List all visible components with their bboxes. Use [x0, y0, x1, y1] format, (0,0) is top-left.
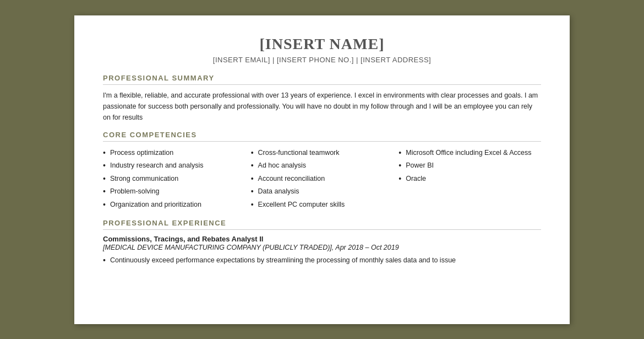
professional-experience-title: PROFESSIONAL EXPERIENCE: [103, 219, 541, 227]
list-item: Strong communication: [103, 173, 245, 186]
list-item: Continuously exceed performance expectat…: [103, 254, 541, 267]
core-competencies-title: CORE COMPETENCIES: [103, 131, 541, 139]
summary-text: I'm a flexible, reliable, and accurate p…: [103, 90, 541, 123]
job-company: [MEDICAL DEVICE MANUFACTURING COMPANY (P…: [103, 244, 541, 251]
section-divider: [103, 84, 541, 85]
professional-experience-section: PROFESSIONAL EXPERIENCE Commissions, Tra…: [103, 219, 541, 267]
competencies-grid: Process optimization Industry research a…: [103, 147, 541, 212]
list-item: Process optimization: [103, 147, 245, 160]
job-title: Commissions, Tracings, and Rebates Analy…: [103, 235, 541, 243]
job-bullets: Continuously exceed performance expectat…: [103, 254, 541, 267]
candidate-contact: [INSERT EMAIL] | [INSERT PHONE NO.] | [I…: [103, 56, 541, 64]
section-divider-3: [103, 229, 541, 230]
core-competencies-section: CORE COMPETENCIES Process optimization I…: [103, 131, 541, 212]
list-item: Industry research and analysis: [103, 159, 245, 173]
list-item: Ad hoc analysis: [251, 159, 394, 173]
job-entry: Commissions, Tracings, and Rebates Analy…: [103, 235, 541, 267]
list-item: Problem-solving: [103, 185, 245, 198]
list-item: Oracle: [399, 173, 541, 186]
resume-header: [INSERT NAME] [INSERT EMAIL] | [INSERT P…: [103, 35, 541, 64]
list-item: Account reconciliation: [251, 173, 394, 186]
competency-column-1: Process optimization Industry research a…: [103, 147, 245, 212]
list-item: Cross-functional teamwork: [251, 147, 394, 160]
resume-document: [INSERT NAME] [INSERT EMAIL] | [INSERT P…: [74, 15, 570, 324]
candidate-name: [INSERT NAME]: [103, 35, 541, 53]
list-item: Microsoft Office including Excel & Acces…: [399, 147, 541, 160]
competency-column-2: Cross-functional teamwork Ad hoc analysi…: [251, 147, 394, 212]
list-item: Organization and prioritization: [103, 198, 245, 212]
professional-summary-section: PROFESSIONAL SUMMARY I'm a flexible, rel…: [103, 74, 541, 123]
list-item: Data analysis: [251, 185, 394, 198]
competency-column-3: Microsoft Office including Excel & Acces…: [399, 147, 541, 212]
professional-summary-title: PROFESSIONAL SUMMARY: [103, 74, 541, 82]
list-item: Power BI: [399, 159, 541, 173]
section-divider-2: [103, 141, 541, 142]
list-item: Excellent PC computer skills: [251, 198, 394, 212]
